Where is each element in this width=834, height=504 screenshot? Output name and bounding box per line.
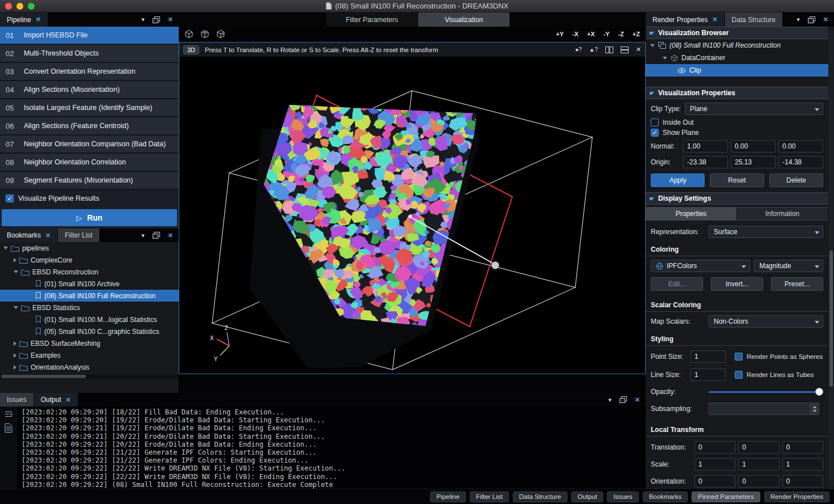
save-log-icon[interactable] (5, 423, 12, 433)
tree-item-bookmark[interactable]: (05) Small IN100 C...graphic Statistics (0, 325, 179, 337)
pipeline-step[interactable]: 04 Align Sections (Misorientation) (0, 81, 179, 99)
snap-axis-button[interactable]: -X (572, 31, 579, 37)
tab-output[interactable]: Output ✕ (34, 393, 78, 406)
tab-issues[interactable]: Issues (0, 393, 34, 406)
query-cell-icon[interactable]: ▲? (589, 46, 597, 53)
chevron-right-icon[interactable] (14, 353, 16, 358)
handle-sphere[interactable] (492, 262, 499, 269)
view-mode-badge[interactable]: 3D (183, 45, 199, 54)
map-scalars-select[interactable]: Non-Colors (709, 315, 823, 328)
vertical-scrollbar[interactable] (829, 29, 833, 486)
chevron-right-icon[interactable] (14, 365, 16, 370)
tree-item-folder[interactable]: Examples (0, 349, 179, 361)
statusbar-toggle-render-properties[interactable]: Render Properties (764, 492, 829, 502)
close-tab-icon[interactable]: ✕ (36, 16, 41, 23)
normal-z-field[interactable]: 0.00 (778, 140, 823, 153)
horizontal-scrollbar[interactable] (0, 374, 179, 379)
component-select[interactable]: Magnitude (754, 260, 823, 272)
snap-axis-button[interactable]: +Z (633, 31, 640, 37)
spinbox-arrows[interactable] (810, 403, 819, 414)
chevron-down-icon[interactable] (14, 306, 18, 309)
invert-colors-button[interactable]: Invert... (711, 277, 763, 291)
close-panel-icon[interactable]: ✕ (823, 16, 828, 23)
close-view-icon[interactable]: ✕ (636, 46, 641, 53)
edit-colors-button[interactable]: Edit... (651, 277, 703, 291)
float-panel-icon[interactable] (620, 396, 627, 403)
close-panel-icon[interactable]: ✕ (168, 232, 173, 239)
color-array-select[interactable]: IPFColors (651, 260, 750, 272)
clip-plane-normal-handle[interactable] (410, 217, 494, 264)
reset-button[interactable]: Reset (710, 173, 764, 187)
scale-y-field[interactable]: 1 (738, 458, 779, 471)
chevron-down-icon[interactable] (14, 270, 18, 273)
tab-filter-parameters[interactable]: Filter Parameters (326, 12, 418, 27)
float-panel-icon[interactable] (153, 16, 160, 23)
orientation-x-field[interactable]: 0 (694, 475, 735, 488)
minimize-window-button[interactable] (16, 3, 23, 10)
tree-item-folder[interactable]: EBSD Statistics (0, 302, 179, 314)
translation-x-field[interactable]: 0 (694, 441, 735, 454)
zoom-window-button[interactable] (28, 3, 35, 10)
tab-render-properties[interactable]: Render Properties ✕ (646, 12, 725, 27)
section-visualization-properties[interactable]: Visualization Properties (646, 87, 828, 99)
tree-item-folder[interactable]: OrientationAnalysis (0, 361, 179, 373)
tab-visualization[interactable]: Visualization (418, 12, 510, 27)
line-size-field[interactable]: 1 (690, 369, 726, 381)
snap-axis-button[interactable]: -Z (618, 31, 624, 37)
tree-item-bookmark[interactable]: (01) Small IN100 M...logical Statistics (0, 314, 179, 325)
visualize-results-checkbox[interactable]: ✓ (6, 194, 14, 202)
run-pipeline-button[interactable]: ▷ Run (2, 209, 177, 226)
close-panel-icon[interactable]: ✕ (635, 396, 640, 404)
tab-filter-list[interactable]: Filter List (58, 228, 100, 242)
scrollbar-thumb[interactable] (829, 251, 833, 387)
tree-item-folder[interactable]: EBSD SurfaceMeshing (0, 337, 179, 349)
point-size-field[interactable]: 1 (690, 350, 726, 363)
browser-row-dataset[interactable]: (08) Small IN100 Full Reconstruction (646, 39, 828, 52)
section-visualization-browser[interactable]: Visualization Browser (646, 27, 828, 39)
chevron-right-icon[interactable] (14, 341, 16, 346)
pipeline-step[interactable]: 07 Neighbor Orientation Comparison (Bad … (0, 135, 179, 154)
tab-display-properties[interactable]: Properties (646, 207, 737, 220)
float-panel-icon[interactable] (808, 16, 815, 23)
camera-orthographic-cube-icon[interactable] (200, 29, 209, 39)
translation-y-field[interactable]: 0 (738, 441, 779, 454)
scale-x-field[interactable]: 1 (694, 458, 735, 471)
tree-item-folder[interactable]: EBSD Reconstruction (0, 266, 179, 278)
pipeline-step[interactable]: 02 Multi-Threshold Objects (0, 45, 179, 63)
tree-item-bookmark[interactable]: (08) Small IN100 Full Reconstruction (0, 290, 179, 302)
statusbar-toggle-data-structure[interactable]: Data Structure (513, 492, 567, 502)
panel-menu-icon[interactable]: ▾ (141, 232, 145, 239)
statusbar-toggle-filter-list[interactable]: Filter List (470, 492, 509, 502)
chevron-down-icon[interactable] (663, 57, 667, 60)
tree-item-folder[interactable]: ComplexCore (0, 254, 179, 266)
camera-reset-cube-icon[interactable] (184, 29, 193, 39)
camera-perspective-cube-icon[interactable] (216, 29, 225, 39)
apply-button[interactable]: Apply (651, 173, 705, 187)
statusbar-toggle-bookmarks[interactable]: Bookmarks (643, 492, 688, 502)
panel-menu-icon[interactable]: ▾ (141, 16, 145, 23)
close-tab-icon[interactable]: ✕ (45, 232, 50, 239)
snap-axis-button[interactable]: +Y (556, 31, 564, 37)
visibility-eye-icon[interactable] (677, 67, 686, 74)
clear-output-icon[interactable] (4, 410, 13, 419)
normal-x-field[interactable]: 1.00 (683, 140, 728, 153)
statusbar-toggle-pinned-parameters[interactable]: Pinned Parameters (692, 492, 760, 502)
origin-x-field[interactable]: -23.38 (683, 156, 728, 168)
close-panel-icon[interactable]: ✕ (168, 16, 173, 23)
query-point-icon[interactable]: ●? (575, 46, 582, 53)
statusbar-toggle-pipeline[interactable]: Pipeline (430, 492, 466, 502)
slider-knob[interactable] (815, 388, 823, 396)
scrollbar-thumb[interactable] (1, 375, 86, 378)
pipeline-step[interactable]: 01 Import H5EBSD File (0, 27, 179, 45)
tab-data-structure[interactable]: Data Structure (725, 12, 783, 27)
statusbar-toggle-issues[interactable]: Issues (607, 492, 638, 502)
section-display-settings[interactable]: Display Settings (646, 192, 828, 205)
tree-item-folder[interactable]: pipelines (0, 242, 179, 254)
preset-colors-button[interactable]: Preset... (771, 277, 823, 291)
lines-as-tubes-checkbox[interactable] (735, 371, 743, 379)
delete-button[interactable]: Delete (769, 173, 823, 187)
split-vertical-icon[interactable] (605, 46, 613, 53)
pipeline-step[interactable]: 03 Convert Orientation Representation (0, 63, 179, 81)
snap-axis-button[interactable]: +X (587, 31, 595, 37)
browser-row-datacontainer[interactable]: DataContainer (646, 52, 828, 64)
